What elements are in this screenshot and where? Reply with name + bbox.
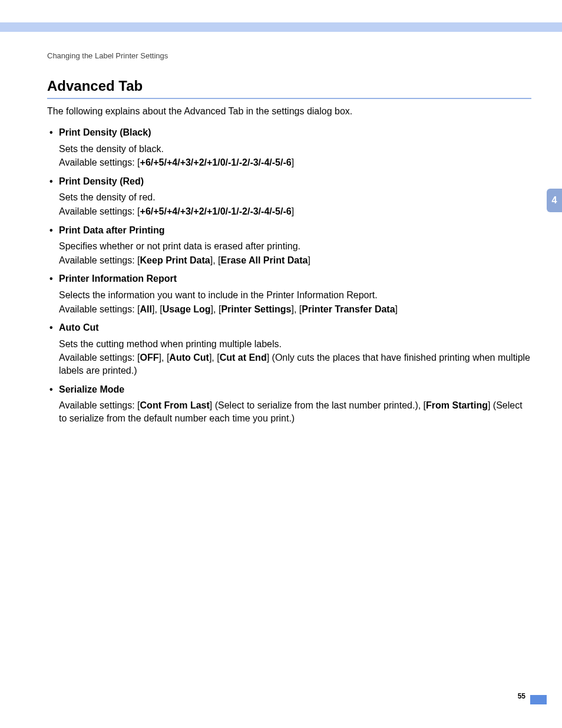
section-title: Advanced Tab xyxy=(47,77,531,99)
item-detail: Selects the information you want to incl… xyxy=(47,289,531,315)
item-detail: Sets the cutting method when printing mu… xyxy=(47,338,531,377)
item-label: Printer Information Report xyxy=(47,272,531,285)
detail-line: Available settings: [Cont From Last] (Se… xyxy=(59,399,531,424)
list-item: Serialize ModeAvailable settings: [Cont … xyxy=(47,383,531,425)
item-detail: Available settings: [Cont From Last] (Se… xyxy=(47,399,531,424)
item-label: Print Density (Red) xyxy=(47,175,531,188)
detail-line: Sets the density of red. xyxy=(59,191,531,204)
item-label: Print Density (Black) xyxy=(47,126,531,139)
item-label: Serialize Mode xyxy=(47,383,531,396)
detail-line: Available settings: [+6/+5/+4/+3/+2/+1/0… xyxy=(59,156,531,169)
page-number: 55 xyxy=(518,691,525,701)
content-area: Print Density (Black)Sets the density of… xyxy=(47,120,531,424)
list-item: Auto CutSets the cutting method when pri… xyxy=(47,321,531,377)
detail-line: Available settings: [+6/+5/+4/+3/+2/+1/0… xyxy=(59,205,531,218)
detail-line: Available settings: [Keep Print Data], [… xyxy=(59,254,531,267)
detail-line: Specifies whether or not print data is e… xyxy=(59,240,531,253)
item-detail: Specifies whether or not print data is e… xyxy=(47,240,531,266)
item-detail: Sets the density of red.Available settin… xyxy=(47,191,531,218)
detail-line: Selects the information you want to incl… xyxy=(59,289,531,302)
detail-line: Available settings: [All], [Usage Log], … xyxy=(59,303,531,316)
detail-line: Sets the density of black. xyxy=(59,143,531,156)
item-label: Print Data after Printing xyxy=(47,224,531,237)
item-label: Auto Cut xyxy=(47,321,531,334)
detail-line: Available settings: [OFF], [Auto Cut], [… xyxy=(59,351,531,377)
detail-line: Sets the cutting method when printing mu… xyxy=(59,338,531,351)
list-item: Print Density (Black)Sets the density of… xyxy=(47,126,531,169)
top-accent-bar xyxy=(0,22,562,32)
chapter-tab: 4 xyxy=(547,189,562,212)
item-detail: Sets the density of black.Available sett… xyxy=(47,143,531,169)
footer-accent xyxy=(530,695,547,704)
list-item: Print Data after PrintingSpecifies wheth… xyxy=(47,224,531,267)
list-item: Printer Information ReportSelects the in… xyxy=(47,272,531,315)
intro-text: The following explains about the Advance… xyxy=(47,105,531,118)
running-header: Changing the Label Printer Settings xyxy=(47,51,168,61)
list-item: Print Density (Red)Sets the density of r… xyxy=(47,175,531,218)
